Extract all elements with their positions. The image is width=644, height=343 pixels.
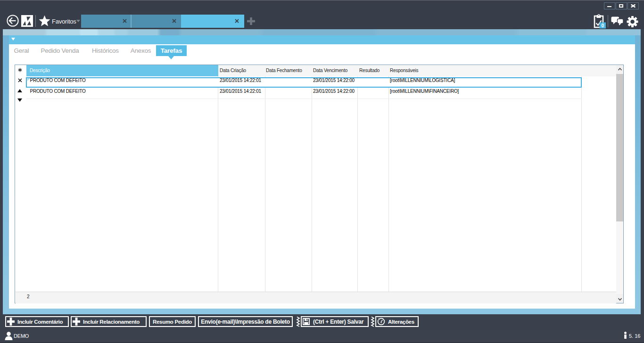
svg-text:0: 0 <box>601 23 604 28</box>
